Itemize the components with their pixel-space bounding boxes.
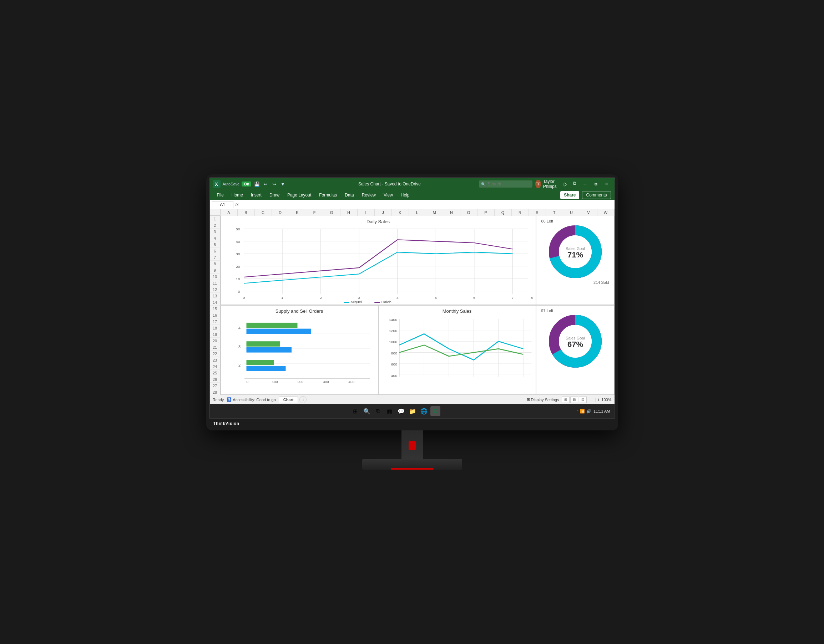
zoom-level: 100%: [601, 397, 611, 402]
svg-rect-51: [246, 360, 274, 365]
menu-help[interactable]: Help: [397, 191, 413, 199]
monitor-screen: X AutoSave On 💾 ↩ ↪ ▼ Sales Chart - Save…: [209, 177, 615, 419]
daily-sales-svg: 0 10 20 30 40 50 60 0: [221, 226, 536, 304]
user-info: TP Taylor Phillips: [535, 179, 560, 189]
svg-text:400: 400: [391, 374, 397, 377]
search-input[interactable]: [479, 181, 532, 187]
svg-text:10: 10: [235, 278, 240, 281]
clock[interactable]: 11:11 AM: [593, 409, 610, 413]
svg-text:30: 30: [235, 253, 240, 256]
row-numbers: 1234567891011121314151617181920212223242…: [210, 209, 221, 395]
save-icon[interactable]: 💾: [254, 181, 260, 187]
title-bar: X AutoSave On 💾 ↩ ↪ ▼ Sales Chart - Save…: [210, 178, 615, 190]
search-wrapper: [479, 181, 532, 187]
window-controls: ⧉ ─ ⧉ ✕: [570, 179, 612, 189]
zoom-minus-btn[interactable]: ─: [590, 397, 593, 403]
svg-text:0: 0: [238, 290, 240, 293]
redo-icon[interactable]: ↪: [271, 181, 278, 187]
left-label-1: 86 Left: [538, 219, 553, 223]
svg-rect-30: [344, 302, 349, 303]
system-tray: ^ 📶 🔊: [577, 409, 591, 414]
search-button[interactable]: 🔍: [362, 406, 372, 416]
taskbar-right: ^ 📶 🔊 11:11 AM: [577, 409, 610, 414]
sales-goal-chart-2: 97 Left Sales Goal: [536, 305, 615, 395]
svg-text:1400: 1400: [389, 318, 397, 321]
excel-taskbar-button[interactable]: X: [430, 406, 440, 416]
spreadsheet-area: 1234567891011121314151617181920212223242…: [210, 209, 615, 395]
autosave-label: AutoSave: [223, 182, 240, 186]
cell-reference[interactable]: [212, 201, 234, 208]
monitor-stand-neck: [401, 431, 423, 459]
svg-text:800: 800: [391, 351, 397, 355]
sheet-tabs: Chart +: [279, 396, 307, 403]
menu-data[interactable]: Data: [341, 191, 357, 199]
menu-insert[interactable]: Insert: [247, 191, 265, 199]
network-icon: 📶: [580, 409, 585, 414]
chat-button[interactable]: 💬: [396, 406, 406, 416]
volume-icon[interactable]: 🔊: [586, 409, 591, 414]
maximize-button[interactable]: ⧉: [591, 179, 601, 189]
close-button[interactable]: ✕: [602, 179, 612, 189]
page-break-view-btn[interactable]: ⊡: [579, 397, 587, 403]
svg-text:50: 50: [235, 227, 240, 231]
task-view-button[interactable]: ⧉: [373, 406, 383, 416]
diamond-icon: ◇: [563, 181, 567, 187]
donut-svg-2: Sales Goal 67%: [547, 313, 604, 370]
menu-bar: File Home Insert Draw Page Layout Formul…: [210, 190, 615, 200]
explorer-button[interactable]: 📁: [407, 406, 418, 416]
menu-draw[interactable]: Draw: [266, 191, 283, 199]
charts-overlay: Daily Sales: [221, 216, 615, 395]
tray-chevron[interactable]: ^: [577, 409, 578, 413]
svg-text:8: 8: [530, 296, 533, 299]
zoom-slider[interactable]: |: [595, 397, 596, 402]
edge-button[interactable]: 🌐: [419, 406, 429, 416]
monthly-sales-chart[interactable]: Monthly Sales: [378, 305, 536, 395]
excel-app: X AutoSave On 💾 ↩ ↪ ▼ Sales Chart - Save…: [210, 178, 615, 404]
autosave-toggle[interactable]: On: [241, 181, 251, 187]
comments-button[interactable]: Comments: [582, 191, 610, 199]
minimize-button[interactable]: ─: [580, 179, 590, 189]
menu-home[interactable]: Home: [228, 191, 247, 199]
bottom-bar: Ready ♿ Accessibility: Good to go Chart …: [210, 395, 615, 404]
svg-text:40: 40: [235, 240, 240, 244]
toolbar-icons: 💾 ↩ ↪ ▼: [254, 181, 286, 187]
svg-text:4: 4: [396, 296, 399, 299]
accessibility-text: Accessibility: Good to go: [233, 397, 275, 402]
add-sheet-button[interactable]: +: [300, 396, 306, 403]
menu-page-layout[interactable]: Page Layout: [284, 191, 315, 199]
normal-view-btn[interactable]: ⊞: [562, 397, 570, 403]
svg-text:71%: 71%: [567, 250, 583, 259]
zoom-plus-btn[interactable]: +: [597, 397, 600, 403]
menu-review[interactable]: Review: [358, 191, 379, 199]
formula-input[interactable]: [241, 202, 612, 207]
formula-bar: fx: [210, 200, 615, 209]
supply-sell-title: Supply and Sell Orders: [221, 305, 378, 315]
menu-file[interactable]: File: [214, 191, 228, 199]
svg-rect-49: [246, 347, 292, 353]
charts-row1: Daily Sales: [221, 216, 615, 305]
more-icon[interactable]: ▼: [279, 181, 286, 187]
column-headers: ABCDEFGHIJKLMNOPQRSTUVW: [221, 209, 615, 216]
page-layout-view-btn[interactable]: ⊟: [570, 397, 578, 403]
restore-down-icon[interactable]: ⧉: [570, 179, 580, 187]
svg-text:2: 2: [320, 296, 321, 299]
status-ready: Ready: [213, 397, 224, 402]
display-settings-btn[interactable]: ⊞ Display Settings: [527, 397, 559, 402]
widgets-button[interactable]: ▦: [385, 406, 395, 416]
monthly-sales-svg: 400 600 800 1000 1200 1400: [379, 315, 536, 390]
main-content: ABCDEFGHIJKLMNOPQRSTUVW Daily Sales: [221, 209, 615, 395]
daily-sales-title: Daily Sales: [221, 216, 536, 226]
daily-sales-chart[interactable]: Daily Sales: [221, 216, 536, 305]
menu-formulas[interactable]: Formulas: [315, 191, 340, 199]
fx-label: fx: [235, 202, 239, 207]
sheet-tab-chart[interactable]: Chart: [279, 397, 298, 403]
title-bar-left: X AutoSave On 💾 ↩ ↪ ▼: [213, 180, 300, 188]
monitor-stand-base: [362, 459, 462, 470]
svg-rect-52: [246, 366, 286, 371]
supply-sell-chart[interactable]: Supply and Sell Orders: [221, 305, 378, 395]
share-button[interactable]: Share: [560, 191, 579, 199]
svg-text:Miguel: Miguel: [351, 300, 362, 304]
start-button[interactable]: ⊞: [351, 406, 360, 416]
menu-view[interactable]: View: [380, 191, 397, 199]
undo-icon[interactable]: ↩: [262, 181, 269, 187]
